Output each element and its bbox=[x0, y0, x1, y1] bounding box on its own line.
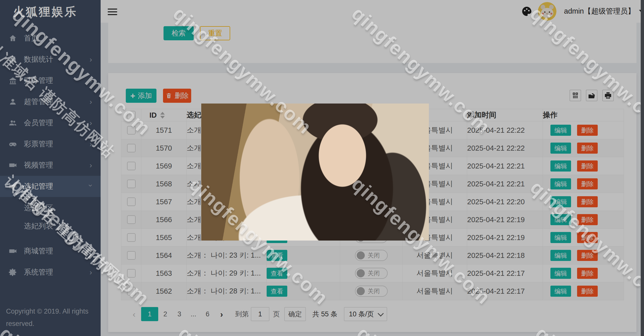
vertical-scrollbar[interactable] bbox=[641, 0, 644, 336]
admin-page: 火狐狸娱乐 首页数据统计›财务管理›超管管理›会员管理›彩票管理›视频管理›选妃… bbox=[0, 0, 644, 336]
photo-preview[interactable] bbox=[201, 104, 429, 241]
